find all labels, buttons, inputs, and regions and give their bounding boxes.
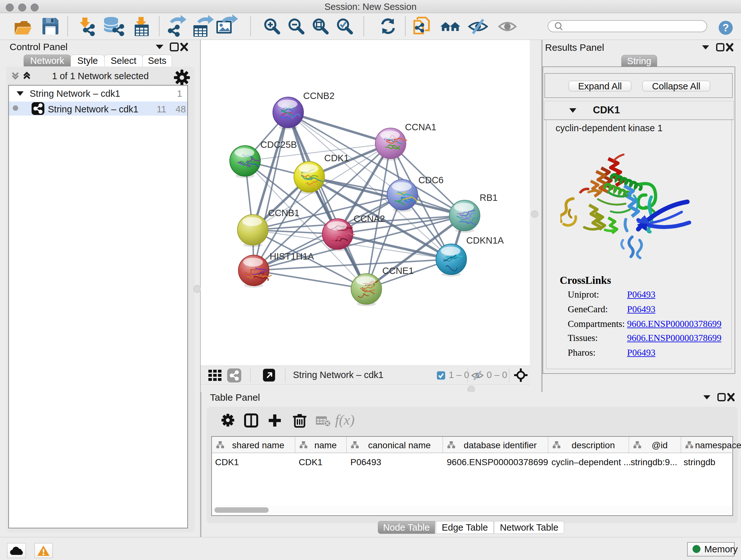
svg-text:CDC6: CDC6: [418, 175, 444, 185]
svg-text:HIST1H1A: HIST1H1A: [270, 251, 314, 261]
svg-text:CCNA2: CCNA2: [354, 213, 385, 224]
svg-text:CDK1: CDK1: [324, 153, 349, 163]
svg-text:CCNA1: CCNA1: [405, 122, 436, 132]
svg-text:RB1: RB1: [480, 192, 497, 203]
svg-text:CDKN1A: CDKN1A: [466, 235, 504, 246]
svg-text:CDC25B: CDC25B: [260, 139, 297, 150]
svg-text:CCNB2: CCNB2: [303, 91, 334, 101]
svg-text:CCNB1: CCNB1: [268, 208, 299, 218]
svg-text:CCNE1: CCNE1: [382, 266, 414, 276]
